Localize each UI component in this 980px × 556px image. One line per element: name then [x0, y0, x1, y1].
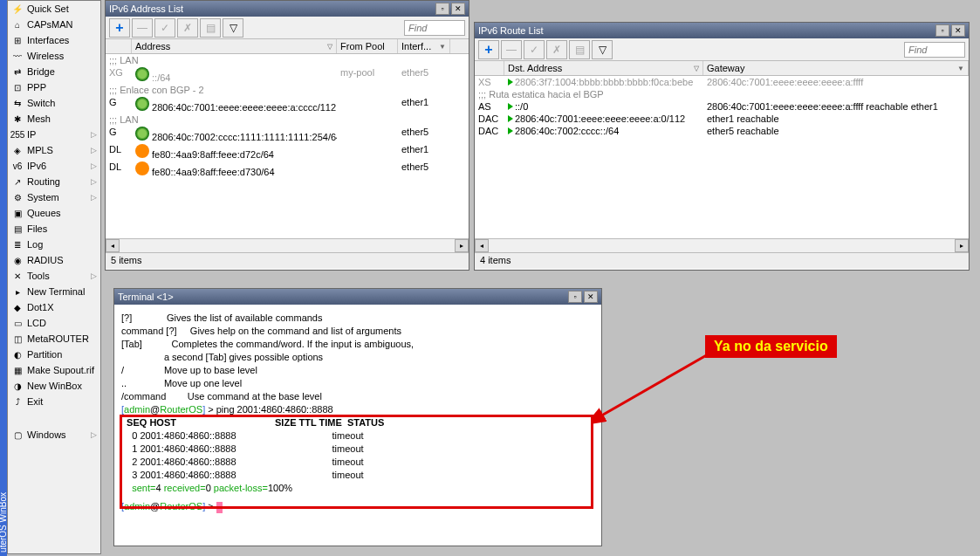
- enable-button[interactable]: ✓: [524, 40, 545, 59]
- menu-icon: ◉: [11, 254, 24, 266]
- sidebar-label: Exit: [27, 396, 43, 407]
- scroll-left[interactable]: ◂: [106, 239, 120, 252]
- sidebar-item-partition[interactable]: ◐Partition: [8, 347, 100, 362]
- chevron-right-icon: ▷: [91, 130, 97, 139]
- sidebar-item-capsman[interactable]: ⌂CAPsMAN: [8, 17, 100, 32]
- menu-icon: ⌂: [11, 18, 24, 31]
- disable-button[interactable]: ✗: [177, 18, 198, 38]
- menu-icon: ⚙: [11, 191, 24, 203]
- sidebar-label: Tools: [27, 271, 50, 281]
- route-row[interactable]: DAC2806:40c:7002:cccc::/64ether5 reachab…: [475, 125, 969, 137]
- sidebar-item-system[interactable]: ⚙System▷: [8, 189, 100, 205]
- menu-icon: ▸: [11, 285, 24, 298]
- chevron-right-icon: ▷: [91, 161, 97, 170]
- sidebar-item-mpls[interactable]: ◈MPLS▷: [8, 142, 100, 158]
- sidebar-item-bridge[interactable]: ⇄Bridge: [8, 64, 100, 79]
- add-button[interactable]: +: [478, 40, 499, 59]
- scroll-right[interactable]: ▸: [955, 239, 969, 252]
- scroll-right[interactable]: ▸: [455, 239, 469, 252]
- sidebar-item-queues[interactable]: ▣Queues: [8, 205, 100, 221]
- address-row[interactable]: XG ::/64my-poolether5: [106, 66, 469, 84]
- route-icon: [508, 103, 513, 110]
- comment-button[interactable]: ▤: [569, 40, 590, 59]
- sidebar-label: New WinBox: [27, 381, 82, 391]
- sidebar-item-radius[interactable]: ◉RADIUS: [8, 252, 100, 268]
- sidebar-item-quick-set[interactable]: ⚡Quick Set: [8, 1, 100, 17]
- group-comment: ;;; Ruta estatica hacia el BGP: [475, 88, 969, 100]
- col-from-pool[interactable]: From Pool: [340, 41, 385, 51]
- menu-icon: ◈: [11, 144, 24, 156]
- sidebar-label: IP: [27, 129, 36, 140]
- close-button[interactable]: ✕: [584, 291, 598, 303]
- sidebar-item-ip[interactable]: 255IP▷: [8, 127, 100, 142]
- filter-button[interactable]: ▽: [223, 18, 243, 38]
- route-row[interactable]: XS2806:3f7:1004:bbbb:bbbb:bbbb:f0ca:bebe…: [475, 76, 969, 88]
- remove-button[interactable]: —: [501, 40, 522, 59]
- col-address[interactable]: Address: [135, 41, 170, 51]
- route-icon: [508, 79, 513, 86]
- sidebar-item-dot1x[interactable]: ◆Dot1X: [8, 299, 100, 315]
- sidebar-item-interfaces[interactable]: ⊞Interfaces: [8, 32, 100, 48]
- find-input[interactable]: [904, 42, 965, 58]
- sidebar-label: Partition: [27, 349, 62, 360]
- sidebar-item-log[interactable]: ≣Log: [8, 237, 100, 252]
- address-icon: [135, 127, 149, 141]
- svg-line-0: [599, 354, 709, 417]
- route-grid: Dst. Address▽ Gateway▼ XS2806:3f7:1004:b…: [475, 61, 969, 238]
- sidebar-label: Wireless: [27, 51, 64, 61]
- route-row[interactable]: AS::/02806:40c:7001:eeee:eeee:eeee:a:fff…: [475, 100, 969, 113]
- comment-button[interactable]: ▤: [200, 18, 221, 38]
- scroll-left[interactable]: ◂: [475, 239, 489, 252]
- sidebar-item-lcd[interactable]: ▭LCD: [8, 315, 100, 331]
- col-dst-address[interactable]: Dst. Address: [508, 63, 562, 73]
- disable-button[interactable]: ✗: [546, 40, 567, 59]
- sidebar-item-windows[interactable]: ▢Windows▷: [8, 427, 100, 443]
- menu-icon: ✕: [11, 270, 24, 282]
- window-title: Terminal <1>: [118, 292, 174, 302]
- minimize-button[interactable]: ▫: [935, 24, 949, 37]
- close-button[interactable]: ✕: [451, 3, 465, 15]
- sidebar-label: CAPsMAN: [27, 19, 73, 30]
- address-row[interactable]: DL fe80::4aa9:8aff:feee:d72c/64ether1: [106, 143, 469, 161]
- group-comment: ;;; Enlace con BGP - 2: [106, 84, 469, 96]
- enable-button[interactable]: ✓: [154, 18, 175, 38]
- filter-button[interactable]: ▽: [592, 40, 613, 59]
- menu-icon: ▣: [11, 207, 24, 219]
- sidebar-item-switch[interactable]: ⇆Switch: [8, 95, 100, 111]
- sidebar-item-new-terminal[interactable]: ▸New Terminal: [8, 284, 100, 299]
- add-button[interactable]: +: [109, 18, 130, 38]
- sidebar-item-routing[interactable]: ↗Routing▷: [8, 174, 100, 189]
- sidebar-item-ipv6[interactable]: v6IPv6▷: [8, 158, 100, 174]
- chevron-right-icon: ▷: [91, 271, 97, 280]
- sidebar-label: Queues: [27, 208, 61, 218]
- status-bar: 4 items: [475, 252, 969, 268]
- minimize-button[interactable]: ▫: [435, 3, 449, 15]
- sidebar-item-ppp[interactable]: ⊡PPP: [8, 79, 100, 95]
- col-gateway[interactable]: Gateway: [707, 63, 744, 73]
- remove-button[interactable]: —: [132, 18, 153, 38]
- window-title: IPv6 Address List: [109, 3, 183, 14]
- sidebar-item-files[interactable]: ▤Files: [8, 221, 100, 237]
- menu-icon: ⚡: [11, 3, 24, 15]
- sidebar-item-new-winbox[interactable]: ◑New WinBox: [8, 378, 100, 394]
- address-row[interactable]: DL fe80::4aa9:8aff:feee:d730/64ether5: [106, 161, 469, 178]
- menu-icon: ▤: [11, 223, 24, 235]
- address-icon: [135, 97, 149, 111]
- sidebar-item-mesh[interactable]: ✱Mesh: [8, 111, 100, 127]
- route-row[interactable]: DAC2806:40c:7001:eeee:eeee:eeee:a:0/112e…: [475, 113, 969, 125]
- minimize-button[interactable]: ▫: [568, 291, 582, 303]
- sidebar-item-exit[interactable]: ⤴Exit: [8, 394, 100, 409]
- sidebar-item-metarouter[interactable]: ◫MetaROUTER: [8, 331, 100, 347]
- sidebar-item-wireless[interactable]: 〰Wireless: [8, 48, 100, 64]
- address-row[interactable]: G 2806:40c:7002:cccc:1111:1111:1111:254/…: [106, 126, 469, 143]
- menu-icon: ✱: [11, 113, 24, 125]
- find-input[interactable]: [404, 20, 465, 36]
- sidebar-item-tools[interactable]: ✕Tools▷: [8, 268, 100, 284]
- close-button[interactable]: ✕: [951, 24, 965, 37]
- sidebar-item-make-supout.rif[interactable]: ▦Make Supout.rif: [8, 362, 100, 378]
- chevron-right-icon: ▷: [91, 146, 97, 154]
- col-interface[interactable]: Interf...: [401, 41, 431, 51]
- annotation-label: Ya no da servicio: [705, 335, 837, 358]
- address-row[interactable]: G 2806:40c:7001:eeee:eeee:eeee:a:cccc/11…: [106, 96, 469, 113]
- menu-icon: 〰: [11, 50, 24, 62]
